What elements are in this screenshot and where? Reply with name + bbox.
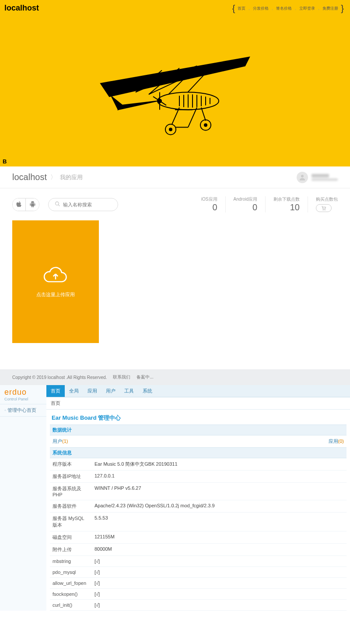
brace-right: } [341,4,344,14]
upload-app-tile[interactable]: 点击这里上传应用 [12,220,99,343]
search-input[interactable] [63,202,112,207]
sysinfo-key: 磁盘空间 [50,531,92,544]
sysinfo-row: 服务器软件Apache/2.4.23 (Win32) OpenSSL/1.0.2… [50,500,346,513]
nav-login[interactable]: 立即登录 [299,6,315,11]
sysinfo-row: 服务器 MySQL 版本5.5.53 [50,513,346,531]
admin-breadcrumb: 首页 [46,397,350,410]
sysinfo-value: 80000M [92,544,346,556]
user-info [312,174,338,181]
tab-home[interactable]: 首页 [46,385,65,397]
cart-icon [321,206,326,211]
sysinfo-value: WINNT / PHP v5.6.27 [92,483,346,500]
admin-title: Ear Music Board 管理中心 [50,410,346,425]
brace-left: { [232,4,235,14]
sysinfo-value: [√] [92,600,346,611]
breadcrumb-bar: localhost 〉 我的应用 [0,166,350,188]
admin-logo: erduo Control Panel [0,385,46,404]
svg-point-30 [323,209,323,210]
buy-points-button[interactable] [316,204,332,212]
tab-apps[interactable]: 应用 [83,385,102,397]
sysinfo-row: pdo_mysql[√] [50,567,346,578]
footer-beian[interactable]: 备案中... [136,374,153,380]
tab-global[interactable]: 全局 [65,385,83,397]
sysinfo-value: [√] [92,567,346,578]
stats-row: 用户(1) 应用(0) [50,435,346,447]
top-nav: { 首页， 分发价格， 签名价格， 立即登录， 免费注册 } [231,4,346,14]
sysinfo-key: fsockopen() [50,589,92,600]
sysinfo-key: pdo_mysql [50,567,92,578]
tab-users[interactable]: 用户 [102,385,120,397]
airplane-illustration [92,44,258,142]
android-filter-button[interactable] [26,198,39,211]
svg-line-11 [188,107,197,127]
upload-tile-label: 点击这里上传应用 [36,291,75,298]
user-menu[interactable] [297,172,338,183]
svg-line-16 [201,107,206,120]
sysinfo-value: 127.0.0.1 [92,471,346,483]
android-icon [30,201,35,208]
sysinfo-row: 服务器系统及 PHPWINNT / PHP v5.6.27 [50,483,346,500]
apps-grid: 点击这里上传应用 [0,220,350,369]
sysinfo-row: allow_url_fopen[√] [50,578,346,589]
stat-users[interactable]: 用户(1) [52,438,68,445]
sysinfo-key: 服务器 MySQL 版本 [50,513,92,531]
sysinfo-row: mbstring[√] [50,556,346,567]
sysinfo-row: 程序版本Ear Music 5.0 简体中文GBK 20190311 [50,458,346,471]
svg-point-18 [204,124,207,126]
stat-downloads: 剩余下载点数 10 [266,196,308,212]
search-box[interactable] [48,198,118,211]
nav-sign-price[interactable]: 签名价格 [276,6,292,11]
sysinfo-key: mbstring [50,556,92,567]
search-icon [55,201,60,209]
crumb-host[interactable]: localhost [12,172,47,182]
platform-toggle [12,198,39,211]
sysinfo-value: Ear Music 5.0 简体中文GBK 20190311 [92,458,346,471]
ios-filter-button[interactable] [13,198,26,211]
avatar-icon [297,172,308,183]
sysinfo-key: 服务器软件 [50,500,92,513]
nav-dist-price[interactable]: 分发价格 [253,6,269,11]
footer-contact[interactable]: 联系我们 [113,374,130,380]
sysinfo-header: 系统信息 [50,447,346,458]
sysinfo-key: 服务器IP地址 [50,471,92,483]
sysinfo-row: 服务器IP地址127.0.0.1 [50,471,346,483]
sysinfo-value: 5.5.53 [92,513,346,531]
sysinfo-row: fsockopen()[√] [50,589,346,600]
crumb-current: 我的应用 [60,173,83,181]
sysinfo-value: Apache/2.4.23 (Win32) OpenSSL/1.0.2j mod… [92,500,346,513]
sysinfo-value: [√] [92,556,346,567]
hero-corner-b: B [3,158,7,165]
sysinfo-key: curl_init() [50,600,92,611]
side-item-home[interactable]: 管理中心首页 [0,404,46,417]
footer: Copyright © 2019 localhost .All Rights R… [0,369,350,385]
admin-main: 首页 全局 应用 用户 工具 系统 首页 Ear Music Board 管理中… [46,385,350,611]
stat-apps[interactable]: 应用(0) [329,438,344,445]
cloud-upload-icon [43,266,68,285]
hero-title: localhost [4,4,39,13]
sysinfo-value: [√] [92,589,346,600]
tab-tools[interactable]: 工具 [120,385,138,397]
nav-register[interactable]: 免费注册 [322,6,338,11]
svg-line-29 [58,205,60,206]
svg-point-17 [169,128,172,131]
svg-point-31 [325,209,325,210]
buy-points: 购买点数包 [308,196,338,212]
sysinfo-value: [√] [92,578,346,589]
svg-point-28 [56,202,59,205]
stat-android: Android应用 0 [226,196,266,212]
hero-banner: localhost { 首页， 分发价格， 签名价格， 立即登录， 免费注册 } [0,0,350,166]
sysinfo-value: 121155M [92,531,346,544]
toolbar: iOS应用 0 Android应用 0 剩余下载点数 10 购买点数包 [0,188,350,220]
sysinfo-row: 附件上传80000M [50,544,346,556]
apple-icon [16,201,22,208]
sysinfo-key: 程序版本 [50,458,92,471]
admin-panel: erduo Control Panel 管理中心首页 首页 全局 应用 用户 工… [0,385,350,611]
chevron-right-icon: 〉 [50,173,56,181]
sysinfo-key: 服务器系统及 PHP [50,483,92,500]
sysinfo-key: 附件上传 [50,544,92,556]
sysinfo-row: 磁盘空间121155M [50,531,346,544]
sysinfo-key: allow_url_fopen [50,578,92,589]
stat-ios: iOS应用 0 [193,196,226,212]
tab-system[interactable]: 系统 [138,385,157,397]
nav-home[interactable]: 首页 [238,6,245,11]
